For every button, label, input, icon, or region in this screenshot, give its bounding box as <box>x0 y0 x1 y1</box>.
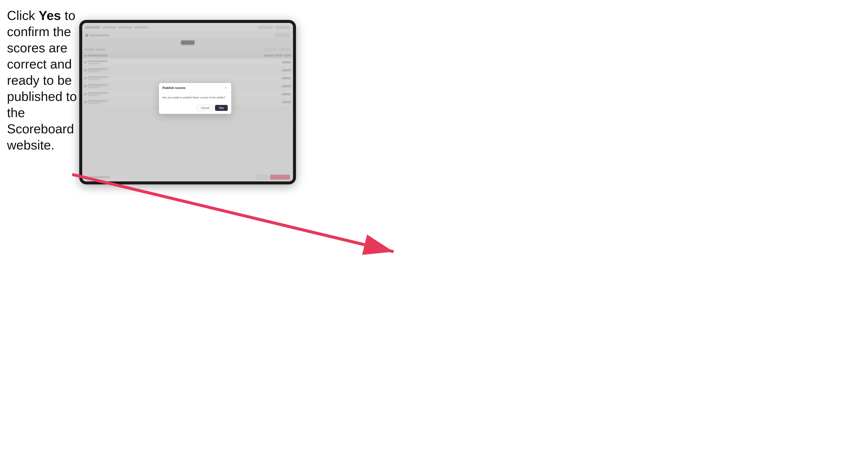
modal-close-button[interactable]: × <box>224 86 228 90</box>
cancel-button[interactable]: Cancel <box>197 105 213 111</box>
modal-body: Are you ready to publish these scores to… <box>159 93 231 102</box>
modal-footer: Cancel Yes <box>159 102 231 114</box>
modal-title: Publish scores <box>162 86 185 90</box>
modal-dialog: Publish scores × Are you ready to publis… <box>159 83 231 114</box>
modal-body-text: Are you ready to publish these scores to… <box>162 96 228 99</box>
yes-button[interactable]: Yes <box>215 105 228 111</box>
modal-header: Publish scores × <box>159 83 231 93</box>
modal-overlay: Publish scores × Are you ready to publis… <box>82 23 293 181</box>
tablet-screen: Publish scores × Are you ready to publis… <box>82 23 293 181</box>
instruction-text: Click Yes to confirm the scores are corr… <box>7 7 79 153</box>
tablet-device: Publish scores × Are you ready to publis… <box>79 20 296 184</box>
svg-line-1 <box>72 175 394 252</box>
